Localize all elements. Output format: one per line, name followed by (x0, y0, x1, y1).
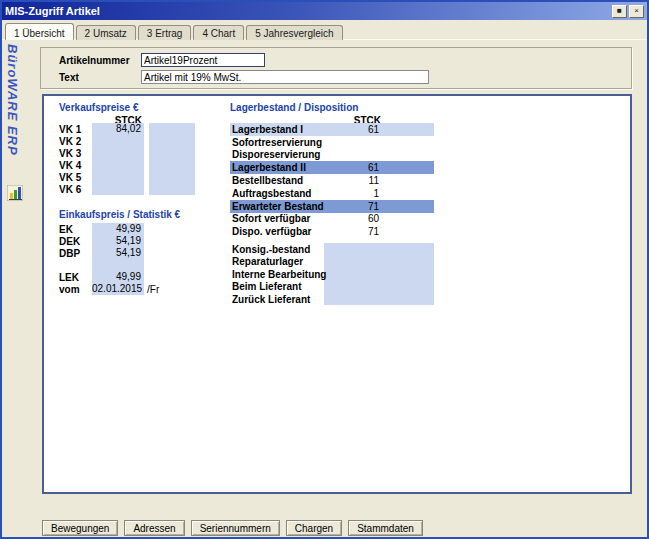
tab-chart[interactable]: 4 Chart (193, 25, 244, 40)
row-value: 60 (352, 213, 379, 224)
text-label: Text (59, 72, 79, 83)
row-label: Disporeservierung (230, 149, 352, 160)
app-window: MIS-Zugriff Artikel ■ × 1 Übersicht 2 Um… (0, 0, 649, 539)
table-row: VK 4 (59, 159, 144, 171)
row-value: 49,99 (92, 271, 144, 283)
table-row: Dispo. verfügbar 71 (230, 225, 434, 238)
sales-prices-title: Verkaufspreise € (59, 102, 139, 113)
row-label: VK 2 (59, 136, 92, 147)
close-button[interactable]: × (629, 5, 644, 18)
row-label: Lagerbestand II (230, 162, 352, 173)
overview-panel: Verkaufspreise € STCK VK 1 84,02 VK 2 VK… (42, 94, 632, 494)
tab-ertrag[interactable]: 3 Ertrag (138, 25, 192, 40)
locations-value-column (324, 243, 434, 305)
close-icon: × (634, 6, 639, 15)
row-value (92, 183, 144, 195)
table-row: LEK 49,99 (59, 271, 159, 283)
tab-page-uebersicht: BüroWARE ERP Artikelnummer Text Verkaufs… (2, 39, 647, 537)
tab-strip: 1 Übersicht 2 Umsatz 3 Ertrag 4 Chart 5 … (5, 21, 345, 39)
table-row (59, 259, 159, 271)
row-value (92, 159, 144, 171)
purchase-title: Einkaufspreis / Statistik € (59, 209, 180, 220)
brand-vertical-text: BüroWARE ERP (5, 44, 20, 156)
row-label: Erwarteter Bestand (230, 201, 352, 212)
artikelnummer-label: Artikelnummer (59, 55, 130, 66)
row-value: 61 (352, 124, 379, 135)
window-titlebar[interactable]: MIS-Zugriff Artikel ■ × (2, 2, 647, 20)
table-row: VK 5 (59, 171, 144, 183)
table-row: Sofortreservierung (230, 136, 434, 149)
row-value: 71 (352, 201, 379, 212)
row-value (92, 171, 144, 183)
text-input[interactable] (141, 70, 429, 84)
table-row: vom 02.01.2015 /Fr (59, 283, 159, 295)
row-value: 11 (352, 175, 379, 186)
row-value: 02.01.2015 (92, 283, 144, 295)
row-label: VK 4 (59, 160, 92, 171)
list-item: Reparaturlager (230, 256, 326, 269)
row-label: LEK (59, 272, 92, 283)
row-label: DEK (59, 236, 92, 247)
row-label: vom (59, 284, 92, 295)
adressen-button[interactable]: Adressen (124, 520, 184, 536)
bewegungen-button[interactable]: Bewegungen (42, 520, 118, 536)
tab-uebersicht[interactable]: 1 Übersicht (5, 23, 74, 40)
list-item: Konsig.-bestand (230, 243, 326, 256)
sales-table: VK 1 84,02 VK 2 VK 3 VK 4 VK 5 (59, 123, 144, 195)
row-label: EK (59, 224, 92, 235)
tab-jahresvergleich[interactable]: 5 Jahresvergleich (246, 25, 342, 40)
price-date-suffix: /Fr (147, 284, 159, 295)
table-row: VK 1 84,02 (59, 123, 144, 135)
dock-icon: ■ (617, 6, 622, 15)
list-item: Beim Lieferant (230, 281, 326, 294)
row-label: Lagerbestand I (230, 124, 352, 135)
sales-secondary-column (149, 123, 195, 195)
row-label: DBP (59, 248, 92, 259)
table-row: Erwarteter Bestand 71 (230, 200, 434, 213)
row-value (92, 259, 144, 271)
purchase-table: EK 49,99 DEK 54,19 DBP 54,19 LEK 49, (59, 223, 159, 295)
table-row: VK 2 (59, 135, 144, 147)
list-item: Interne Bearbeitung (230, 268, 326, 281)
table-row: EK 49,99 (59, 223, 159, 235)
chargen-button[interactable]: Chargen (286, 520, 342, 536)
row-label: VK 6 (59, 184, 92, 195)
row-value: 54,19 (92, 235, 144, 247)
row-value: 49,99 (92, 223, 144, 235)
row-value: 84,02 (92, 123, 144, 135)
row-value: 1 (352, 188, 379, 199)
row-label: VK 5 (59, 172, 92, 183)
table-row: VK 6 (59, 183, 144, 195)
table-row: Lagerbestand II 61 (230, 161, 434, 174)
row-value: 71 (352, 226, 379, 237)
table-row: Lagerbestand I 61 (230, 123, 434, 136)
table-row: Auftragsbestand 1 (230, 187, 434, 200)
list-item: Zurück Lieferant (230, 293, 326, 306)
artikelnummer-input[interactable] (141, 53, 265, 67)
row-label: Auftragsbestand (230, 188, 352, 199)
table-row: DEK 54,19 (59, 235, 159, 247)
dock-button[interactable]: ■ (612, 5, 627, 18)
stock-table: Lagerbestand I 61 Sofortreservierung Dis… (230, 123, 434, 238)
stock-title: Lagerbestand / Disposition (230, 102, 358, 113)
row-label: VK 3 (59, 148, 92, 159)
row-label: Bestellbestand (230, 175, 352, 186)
table-row: Disporeservierung (230, 149, 434, 162)
row-value: 54,19 (92, 247, 144, 259)
chart-icon[interactable] (7, 185, 23, 201)
row-label: VK 1 (59, 124, 92, 135)
stammdaten-button[interactable]: Stammdaten (348, 520, 423, 536)
row-label: Sofortreservierung (230, 137, 352, 148)
tab-umsatz[interactable]: 2 Umsatz (76, 25, 136, 40)
footer-button-bar: Bewegungen Adressen Seriennummern Charge… (42, 520, 423, 536)
article-header-group: Artikelnummer Text (40, 47, 632, 89)
seriennummern-button[interactable]: Seriennummern (191, 520, 280, 536)
stock-locations-list: Konsig.-bestand Reparaturlager Interne B… (230, 243, 326, 306)
table-row: VK 3 (59, 147, 144, 159)
table-row: Bestellbestand 11 (230, 174, 434, 187)
window-title: MIS-Zugriff Artikel (5, 5, 610, 17)
table-row: DBP 54,19 (59, 247, 159, 259)
table-row: Sofort verfügbar 60 (230, 213, 434, 226)
row-value (92, 135, 144, 147)
row-value (92, 147, 144, 159)
